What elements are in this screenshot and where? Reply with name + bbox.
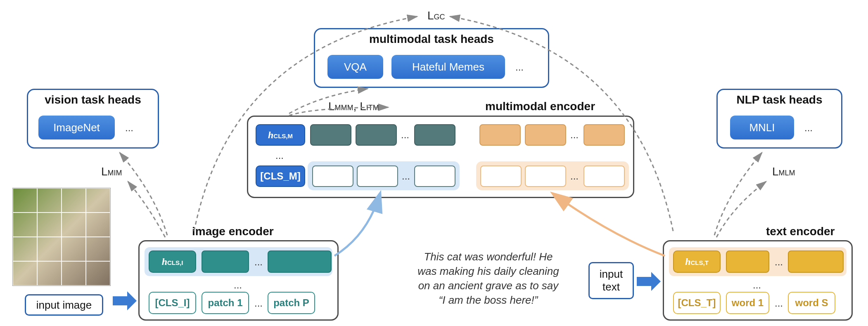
- image-cls-in: [CLS_I]: [149, 292, 196, 314]
- dots: ...: [254, 256, 263, 268]
- dots: ...: [515, 61, 524, 73]
- mm-img-slot: [356, 124, 397, 146]
- mm-heads-box: multimodal task heads VQA Hateful Memes …: [314, 28, 549, 88]
- loss-mmm-itm: LMMM, LITM: [328, 100, 379, 113]
- dots: ...: [275, 150, 284, 161]
- text-out-slot: [788, 250, 844, 273]
- caption-text: This cat was wonderful! He was making hi…: [398, 250, 578, 307]
- mm-txt-in: [480, 165, 522, 187]
- mm-txt-slot: [583, 124, 625, 146]
- dots: ...: [402, 170, 410, 182]
- loss-gc: LGC: [427, 9, 445, 22]
- mm-cls-in: [CLS_M]: [256, 165, 305, 187]
- img-out-slot: [268, 250, 332, 273]
- mm-encoder-box: hCLS,M ... ... ... [CLS_M] ... ...: [247, 116, 634, 198]
- text-encoder-box: hCLS,T ... ... [CLS_T] word 1 ... word S: [663, 240, 853, 321]
- text-encoder-title: text encoder: [766, 225, 835, 238]
- input-image-thumb: [12, 188, 111, 286]
- img-out-slot: [202, 250, 249, 273]
- vision-heads-box: vision task heads ImageNet ...: [27, 89, 159, 149]
- vqa-head: VQA: [327, 55, 383, 79]
- patch1: patch 1: [202, 292, 249, 314]
- vision-heads-title: vision task heads: [28, 93, 158, 106]
- patchP: patch P: [268, 292, 315, 314]
- dots: ...: [401, 129, 409, 141]
- image-encoder-box: hCLS,I ... ... [CLS_I] patch 1 ... patch…: [138, 240, 339, 321]
- mm-img-slot: [310, 124, 351, 146]
- mm-txt-in: [583, 165, 625, 187]
- image-cls-out: hCLS,I: [149, 250, 196, 273]
- arrow-image-to-encoder: [113, 289, 138, 314]
- mm-encoder-title: multimodal encoder: [485, 100, 595, 113]
- imagenet-head: ImageNet: [38, 116, 115, 139]
- input-text-label: input text: [588, 262, 634, 299]
- svg-marker-1: [637, 272, 661, 291]
- dots: ...: [570, 129, 579, 141]
- text-cls-in: [CLS_T]: [673, 292, 721, 314]
- text-cls-out: hCLS,T: [673, 250, 721, 273]
- mm-txt-slot: [479, 124, 521, 146]
- input-image-label: input image: [25, 294, 103, 316]
- wordS: word S: [788, 292, 835, 314]
- dots: ...: [804, 122, 813, 134]
- dots: ...: [234, 279, 242, 291]
- nlp-heads-box: NLP task heads MNLI ...: [716, 89, 842, 149]
- mm-txt-in: [525, 165, 566, 187]
- dots: ...: [775, 298, 783, 309]
- word1: word 1: [726, 292, 769, 314]
- loss-mim: LMIM: [101, 165, 122, 178]
- dots: ...: [775, 256, 783, 268]
- mm-img-in: [414, 165, 455, 187]
- dots: ...: [125, 122, 133, 134]
- svg-marker-0: [113, 291, 137, 310]
- hateful-memes-head: Hateful Memes: [391, 55, 505, 79]
- image-encoder-title: image encoder: [192, 225, 274, 238]
- mm-heads-title: multimodal task heads: [315, 33, 548, 46]
- mnli-head: MNLI: [730, 116, 794, 139]
- loss-mlm: LMLM: [772, 165, 795, 178]
- mm-img-slot: [414, 124, 455, 146]
- dots: ...: [570, 170, 579, 182]
- dots: ...: [753, 279, 761, 291]
- arrow-text-to-encoder: [637, 269, 662, 294]
- nlp-heads-title: NLP task heads: [718, 93, 841, 106]
- dots: ...: [254, 298, 263, 309]
- mm-img-in: [312, 165, 353, 187]
- text-out-slot: [726, 250, 769, 273]
- mm-cls-out: hCLS,M: [256, 124, 305, 146]
- mm-txt-slot: [525, 124, 566, 146]
- mm-img-in: [357, 165, 398, 187]
